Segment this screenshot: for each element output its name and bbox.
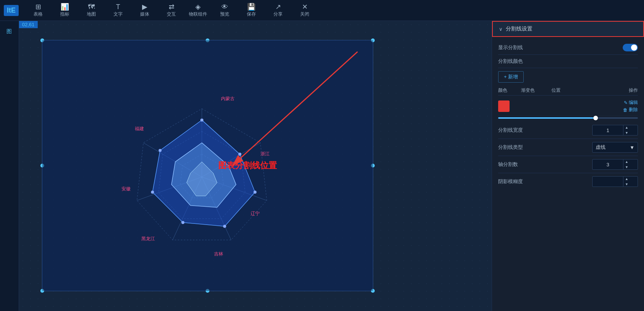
chart-container[interactable]: 内蒙古 福建 浙江 安徽 辽宁 黑龙江 吉林 图表分割线位置 [42,40,373,291]
shadow-row: 阴影模糊度 ▲ ▼ [498,173,638,190]
main-area: 图 02,61 [0,21,644,311]
width-label: 分割线宽度 [498,127,523,134]
width-arrows: ▲ ▼ [623,125,630,136]
text-icon: T [116,3,120,10]
interact-icon: ⇄ [169,3,174,10]
svg-point-15 [238,153,241,156]
interact-label: 交互 [167,11,176,18]
save-icon: 💾 [247,3,256,10]
label-anhui: 安徽 [121,186,131,192]
width-input-wrap: ▲ ▼ [592,125,638,136]
text-label: 文字 [113,11,123,18]
save-label: 保存 [247,11,256,18]
delete-icon: 🗑 [623,107,628,113]
width-input[interactable] [593,128,623,133]
add-button[interactable]: + 新增 [498,71,524,83]
axis-up-arrow[interactable]: ▲ [623,159,630,164]
toolbar-item-metric[interactable]: 📊指标 [51,1,78,20]
shadow-label: 阴影模糊度 [498,178,523,185]
preview-icon: 👁 [221,3,228,10]
table-label: 表格 [34,11,43,18]
label-fujian: 福建 [135,126,144,132]
axis-label: 轴分割数 [498,161,518,168]
show-divider-label: 显示分割线 [498,44,523,51]
axis-arrows: ▲ ▼ [623,159,630,170]
width-up-arrow[interactable]: ▲ [623,125,630,130]
axis-row: 轴分割数 ▲ ▼ [498,156,638,173]
toolbar-item-close[interactable]: ✕关闭 [291,1,318,20]
label-neimenggu: 内蒙古 [221,96,235,102]
col-header-color: 颜色 [498,87,521,94]
axis-down-arrow[interactable]: ▼ [623,164,630,170]
toolbar-item-iot[interactable]: ◈物联组件 [185,1,211,20]
add-button-wrap: + 新增 [498,68,638,86]
show-divider-row: 显示分割线 [498,41,638,55]
sidebar-left: 图 [0,21,19,311]
shadow-up-arrow[interactable]: ▲ [623,176,630,182]
share-icon: ↗ [275,3,281,10]
color-slider[interactable] [498,117,638,119]
close-label: 关闭 [300,11,309,18]
show-divider-toggle[interactable] [623,44,638,51]
shadow-down-arrow[interactable]: ▼ [623,182,630,187]
toolbar-item-save[interactable]: 💾保存 [238,1,265,20]
edit-link-0[interactable]: ✎ 编辑 [624,99,638,106]
shadow-arrows: ▲ ▼ [623,176,630,187]
color-label-row: 分割线颜色 [498,55,638,68]
right-panel: ∨ 分割线设置 显示分割线 分割线颜色 + 新增 颜色 渐变色 位置 操作 [492,21,644,311]
table-icon: ⊞ [35,3,41,10]
section-header-divider[interactable]: ∨ 分割线设置 [492,21,644,37]
label-zhejiang: 浙江 [260,151,270,157]
settings-body: 显示分割线 分割线颜色 + 新增 颜色 渐变色 位置 操作 [492,37,644,194]
edit-icon: ✎ [624,100,628,105]
axis-input[interactable] [593,162,623,167]
width-down-arrow[interactable]: ▼ [623,130,630,136]
toolbar-item-media[interactable]: ▶媒体 [131,1,158,20]
color-row-0: ✎ 编辑 🗑 删除 [498,97,638,116]
close-icon: ✕ [302,3,308,10]
radar-chart-svg [42,40,373,291]
media-icon: ▶ [142,3,147,10]
chevron-icon: ∨ [499,26,503,32]
toolbar-item-interact[interactable]: ⇄交互 [158,1,185,20]
label-jilin: 吉林 [214,251,223,257]
toolbar-item-share[interactable]: ↗分享 [265,1,291,20]
type-value: 虚线 [596,144,606,151]
label-liaoning: 辽宁 [251,211,260,217]
svg-point-18 [181,221,184,224]
section-title: 分割线设置 [506,26,532,32]
canvas-area[interactable]: 02,61 [19,21,492,311]
metric-label: 指标 [60,11,69,18]
toolbar-item-table[interactable]: ⊞表格 [25,1,51,20]
metric-icon: 📊 [61,3,69,10]
col-header-action: 操作 [574,87,638,94]
type-row: 分割线类型 虚线 ▼ [498,139,638,156]
toolbar: ItE ⊞表格📊指标🗺地图T文字▶媒体⇄交互◈物联组件👁预览💾保存↗分享✕关闭 [0,0,644,21]
col-header-gradient: 渐变色 [521,87,551,94]
label-heilongjiang: 黑龙江 [141,236,155,242]
svg-point-17 [223,225,226,228]
iot-icon: ◈ [195,3,201,10]
svg-point-20 [158,149,161,152]
color-label: 分割线颜色 [498,58,523,65]
type-select[interactable]: 虚线 ▼ [592,142,638,153]
preview-label: 预览 [220,11,229,18]
coord-label: 02,61 [19,21,38,28]
toolbar-item-text[interactable]: T文字 [105,1,131,20]
axis-input-wrap: ▲ ▼ [592,159,638,170]
toolbar-item-map[interactable]: 🗺地图 [78,1,105,20]
color-table-header: 颜色 渐变色 位置 操作 [498,86,638,96]
shadow-input[interactable] [593,179,623,185]
map-icon: 🗺 [88,3,95,10]
svg-point-19 [151,191,154,194]
share-label: 分享 [273,11,283,18]
map-label: 地图 [87,11,96,18]
toolbar-items: ⊞表格📊指标🗺地图T文字▶媒体⇄交互◈物联组件👁预览💾保存↗分享✕关闭 [25,1,318,20]
svg-point-16 [254,191,257,194]
delete-link-0[interactable]: 🗑 删除 [623,107,638,113]
color-actions-0: ✎ 编辑 🗑 删除 [623,99,638,113]
color-swatch-0[interactable] [498,100,510,112]
width-row: 分割线宽度 ▲ ▼ [498,122,638,139]
app-logo: ItE [4,5,19,16]
toolbar-item-preview[interactable]: 👁预览 [211,1,238,20]
